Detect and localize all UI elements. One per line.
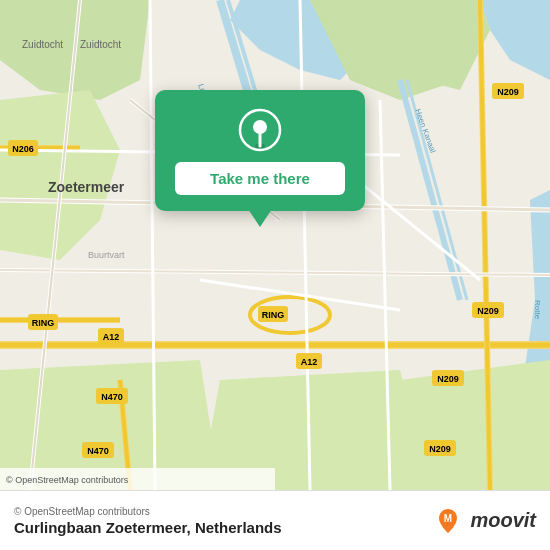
copyright-text: © OpenStreetMap contributors xyxy=(14,506,282,517)
svg-text:M: M xyxy=(444,513,452,524)
popup-card: Take me there xyxy=(155,90,365,211)
map-svg: N206 RING RING A12 A12 N209 N209 N209 N2… xyxy=(0,0,550,490)
svg-text:N209: N209 xyxy=(497,87,519,97)
svg-text:RING: RING xyxy=(32,318,55,328)
svg-text:N206: N206 xyxy=(12,144,34,154)
location-pin-icon xyxy=(238,108,282,152)
svg-text:Zoetermeer: Zoetermeer xyxy=(48,179,125,195)
location-title: Curlingbaan Zoetermeer, Netherlands xyxy=(14,519,282,536)
map-container: N206 RING RING A12 A12 N209 N209 N209 N2… xyxy=(0,0,550,490)
svg-text:A12: A12 xyxy=(301,357,318,367)
take-me-there-button[interactable]: Take me there xyxy=(175,162,345,195)
svg-text:N470: N470 xyxy=(101,392,123,402)
svg-text:N209: N209 xyxy=(477,306,499,316)
svg-text:N470: N470 xyxy=(87,446,109,456)
svg-text:Buurtvart: Buurtvart xyxy=(88,250,125,260)
footer-left: © OpenStreetMap contributors Curlingbaan… xyxy=(14,506,282,536)
svg-text:N209: N209 xyxy=(437,374,459,384)
moovit-brand-text: moovit xyxy=(470,509,536,532)
svg-text:RING: RING xyxy=(262,310,285,320)
svg-text:Zuidtocht: Zuidtocht xyxy=(80,39,121,50)
svg-text:N209: N209 xyxy=(429,444,451,454)
svg-point-72 xyxy=(253,120,267,134)
svg-text:© OpenStreetMap contributors: © OpenStreetMap contributors xyxy=(6,475,129,485)
moovit-icon: M xyxy=(432,505,464,537)
svg-text:A12: A12 xyxy=(103,332,120,342)
moovit-logo: M moovit xyxy=(432,505,536,537)
svg-marker-10 xyxy=(400,360,550,490)
footer: © OpenStreetMap contributors Curlingbaan… xyxy=(0,490,550,550)
svg-text:Rotte: Rotte xyxy=(533,300,542,320)
svg-text:Zuidtocht: Zuidtocht xyxy=(22,39,63,50)
